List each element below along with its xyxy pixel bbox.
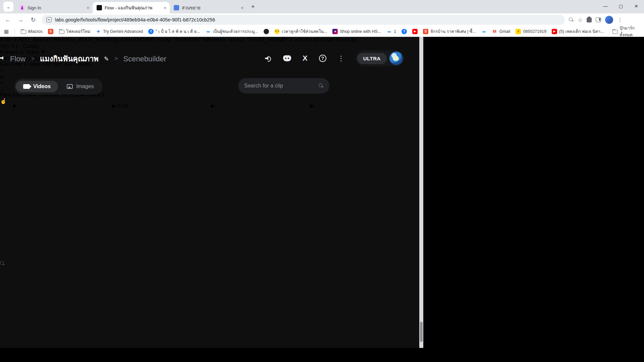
browser-toolbar: ← → ↻ labs.google/fx/tools/flow/project/… [0,13,644,26]
youtube-icon: ▶ [552,29,557,34]
more-menu-icon[interactable]: ⋮ [338,54,344,62]
edit-title-icon[interactable]: ✎ [104,55,109,63]
image-icon [67,84,73,89]
page-scrollbar[interactable] [419,37,423,348]
bookmark-item[interactable]: MGmail [489,29,513,34]
apps-grid-icon[interactable]: ▦ [4,29,9,34]
ultra-badge: ULTRA [357,53,387,64]
search-icon[interactable] [569,17,574,22]
browser-menu-icon[interactable]: ⋮ [617,17,623,23]
bookmark-item[interactable]: ▶ [410,29,420,34]
video-thumbnail-1[interactable]: ▶ [13,103,109,195]
video-camera-icon [23,84,30,89]
x-social-icon[interactable]: X [303,54,308,63]
flask-favicon-icon [19,5,25,10]
breadcrumb-root[interactable]: Flow [10,55,25,63]
video-timecode: 0:08 [118,103,128,109]
user-avatar[interactable] [389,52,403,65]
clip-meta-actions: Veo 3.1 - Quality ⋮ [0,43,423,49]
clip-metadata-text[interactable]: # file: EP011_Scene1_frmtovdo_BOLD_teeth… [0,37,423,43]
clip-menu-icon[interactable]: ⋮ [41,43,47,49]
breadcrumb: Flow > แมงกินฟันคุณภาพ ✎ > Scenebuilder [10,53,166,65]
facebook-icon: f [401,29,407,34]
video-thumbnail-4[interactable]: ▶ [310,103,406,195]
flow-header-actions: X ? ⋮ ULTRA [265,50,419,66]
bookmark-item[interactable]: Sจักรบ้าน ราคาพิเศษ | ซื้... [420,28,478,35]
extensions-icon[interactable] [587,17,592,22]
folder-icon [20,29,26,34]
breadcrumb-section[interactable]: Scenebuilder [123,55,166,63]
meta-icon: ∞ [205,29,211,34]
profile-avatar[interactable] [605,16,613,24]
side-panel-icon[interactable] [596,17,601,22]
bookmark-item[interactable]: f" เ บื่ อ ไ ล ฟ์ ค น เ ดี ย... [146,28,203,35]
bookmark-item[interactable]: ▶(5) เพลงเด็ก พ่อเจ นิทา... [549,28,607,35]
tab-search-button[interactable]: ⌄ [3,2,13,12]
tab-flow-active[interactable]: Flow - แมงกินฟันคุณภาพ × [93,2,170,13]
bookmark-item[interactable]: f [399,29,410,34]
bookmark-item[interactable]: โฟลเดอร์ใหม่ [56,28,93,35]
play-icon[interactable]: ▶ [112,103,116,109]
reload-button[interactable]: ↻ [28,15,38,25]
play-icon[interactable]: ▶ [13,103,17,109]
add-first-frame-button[interactable]: + [0,67,423,73]
minimize-button[interactable]: — [598,0,613,12]
all-bookmarks[interactable]: บุ๊กมาร์กทั้งหมด [606,25,644,38]
discord-icon[interactable] [283,55,291,61]
video-thumbnails: ▶ ▶ 0:08 ▶ ▶ [13,103,406,195]
model-quality-badge: Veo 3.1 - Quality [0,43,40,49]
new-tab-button[interactable]: + [248,2,258,11]
media-type-tabs: Videos Images [14,78,103,95]
bookmark-item[interactable]: ∞ [479,29,489,34]
folder-icon [59,29,64,34]
video-thumbnail-3[interactable]: ▶ [211,103,307,195]
close-button[interactable]: ✕ [629,0,644,12]
globe-icon [264,29,269,34]
help-icon[interactable]: ? [319,55,326,62]
bookmark-item[interactable]: ✦Try Gemini Advanced [93,29,146,34]
play-icon[interactable]: ▶ [211,103,215,109]
tab-close-icon[interactable]: × [164,5,166,10]
bookmark-item[interactable] [261,29,272,34]
project-title: แมงกินฟันคุณภาพ [40,53,99,65]
gemini-icon: ✦ [96,29,101,34]
youtube-icon: ▶ [412,29,418,34]
bookmark-item[interactable]: Y0850271919 [513,29,549,34]
browser-window-controls: — ▢ ✕ [598,0,644,12]
video-thumbnail-2[interactable]: ▶ 0:08 [112,103,208,195]
tab-close-icon[interactable]: × [241,5,244,10]
tab-images[interactable]: Images [59,81,101,92]
browser-tab-strip: ⌄ Sign In × Flow - แมงกินฟันคุณภาพ × ส่ว… [0,0,644,13]
tab-label: Sign In [28,5,84,10]
forward-button[interactable]: → [15,15,25,25]
bookmark-item[interactable]: เวลาลูกค้าใช้ส่วนลดใน... [272,28,330,35]
shopee-icon: S [423,29,428,34]
bookmark-item[interactable]: ∞1 [384,29,399,34]
clip-search-input[interactable]: Search for a clip [238,78,329,94]
swap-frames-icon[interactable]: ⇄ [0,74,4,79]
sound-icon[interactable] [265,56,272,61]
url-text: labs.google/fx/tools/flow/project/489eb9… [55,17,215,22]
bookmark-item[interactable]: iMacros [18,29,45,34]
bookmark-item[interactable]: ♥Shop online with HS... [330,29,384,34]
maximize-button[interactable]: ▢ [613,0,629,12]
shopee-icon: S [48,29,53,34]
account-chip[interactable]: ULTRA [356,50,404,66]
scrollbar-thumb[interactable] [420,322,423,342]
divider [15,28,15,35]
flow-page: Flow > แมงกินฟันคุณภาพ ✎ > Scenebuilder … [0,37,423,348]
bookmark-item[interactable]: ∞เป็นผู้ชนะด้วยการประมู... [203,28,261,35]
tab-close-icon[interactable]: × [87,5,89,10]
bookmark-star-icon[interactable]: ☆ [578,16,583,23]
flow-favicon-icon [97,5,102,10]
back-button[interactable]: ← [3,15,13,25]
play-icon[interactable]: ▶ [310,103,314,109]
site-settings-icon[interactable] [46,17,52,22]
lazada-icon: ♥ [332,29,338,34]
tab-sign-in[interactable]: Sign In × [15,2,93,13]
bookmark-item[interactable]: S [45,29,56,34]
tab-extensions[interactable]: ส่วนขยาย × [170,2,247,13]
tab-videos[interactable]: Videos [16,81,58,92]
address-bar[interactable]: labs.google/fx/tools/flow/project/489eb9… [42,15,565,25]
clip-search-placeholder: Search for a clip [244,83,283,89]
